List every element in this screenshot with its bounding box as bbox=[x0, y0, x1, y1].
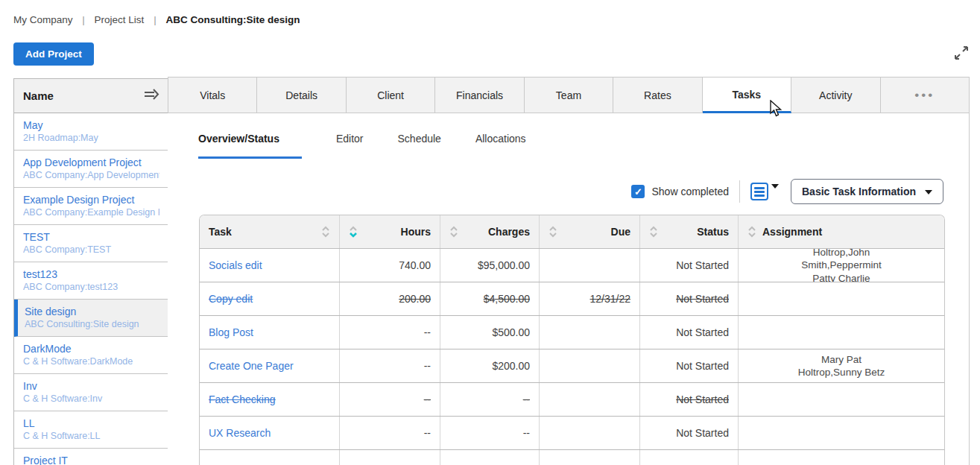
col-status-label: Status bbox=[697, 226, 729, 238]
tasks-table: Task Hours Charges bbox=[199, 215, 945, 465]
caret-down-icon bbox=[925, 190, 932, 194]
more-dots-icon: ••• bbox=[914, 92, 935, 99]
due-cell: 12/31/22 bbox=[540, 282, 640, 315]
tab-rates[interactable]: Rates bbox=[613, 78, 702, 113]
project-title: Example Design Project bbox=[23, 193, 159, 206]
due-cell bbox=[540, 383, 640, 416]
tab-financials[interactable]: Financials bbox=[435, 78, 524, 113]
task-link[interactable]: Create One Pager bbox=[209, 360, 294, 372]
tab-details[interactable]: Details bbox=[257, 78, 346, 113]
list-view-icon bbox=[750, 183, 768, 200]
table-controls: ✓ Show completed Basic Task Information bbox=[631, 179, 943, 204]
due-cell bbox=[540, 417, 640, 449]
divider bbox=[739, 180, 740, 203]
task-view-dropdown-label: Basic Task Information bbox=[802, 186, 916, 197]
project-title: Site design bbox=[25, 305, 159, 318]
sidebar-item-ll[interactable]: LL C & H Software:LL bbox=[14, 411, 168, 449]
table-row: Fact Checking -- -- Not Started bbox=[200, 383, 944, 417]
sidebar-item-app-development-project[interactable]: App Development Project ABC Company:App … bbox=[14, 151, 168, 188]
project-subtitle: ABC Company:TEST bbox=[23, 244, 159, 256]
assignment-cell: Holtrop,John Smith,Peppermint Patty Char… bbox=[792, 249, 891, 282]
caret-down-icon bbox=[771, 184, 779, 189]
project-title: Inv bbox=[23, 379, 159, 393]
breadcrumb-separator: | bbox=[82, 14, 85, 25]
sidebar-item-darkmode[interactable]: DarkMode C & H Software:DarkMode bbox=[14, 337, 168, 374]
status-cell: Not Started bbox=[640, 383, 739, 416]
tasks-panel: Overview/Status Editor Schedule Allocati… bbox=[168, 113, 970, 465]
sort-icon-status[interactable] bbox=[649, 226, 658, 238]
sort-icon-assignment[interactable] bbox=[747, 226, 756, 238]
tab-more[interactable]: ••• bbox=[881, 78, 969, 113]
table-header-row: Task Hours Charges bbox=[200, 215, 944, 249]
sidebar-item-site-design[interactable]: Site design ABC Consulting:Site design bbox=[14, 300, 168, 337]
subtab-overview-status[interactable]: Overview/Status bbox=[198, 133, 302, 159]
breadcrumb-link-my-company[interactable]: My Company bbox=[13, 14, 73, 25]
hours-cell: 200.00 bbox=[340, 282, 440, 315]
due-cell bbox=[540, 249, 640, 282]
breadcrumb: My Company | Project List | ABC Consulti… bbox=[13, 13, 300, 25]
add-project-button[interactable]: Add Project bbox=[13, 42, 94, 66]
table-row: UX Research -- -- Not Started bbox=[200, 417, 944, 450]
status-cell: Not Started bbox=[640, 249, 739, 282]
charges-cell: -- bbox=[440, 417, 540, 449]
breadcrumb-separator: | bbox=[154, 14, 157, 25]
tab-vitals[interactable]: Vitals bbox=[168, 78, 257, 113]
table-row: Copy edit 200.00 $4,500.00 12/31/22 Not … bbox=[200, 282, 944, 316]
tab-activity[interactable]: Activity bbox=[791, 78, 880, 113]
table-row: Blog Post -- $500.00 Not Started bbox=[200, 316, 944, 349]
charges-cell: $4,500.00 bbox=[440, 282, 540, 315]
project-title: TEST bbox=[23, 230, 159, 244]
status-cell: Not Started bbox=[640, 349, 739, 382]
sidebar-header-label: Name bbox=[23, 89, 54, 102]
task-link[interactable]: Socials edit bbox=[209, 259, 262, 271]
show-completed-label: Show completed bbox=[651, 186, 729, 197]
project-title: App Development Project bbox=[23, 156, 159, 169]
list-view-menu-button[interactable] bbox=[750, 183, 779, 200]
sidebar-header: Name bbox=[14, 79, 168, 113]
subtab-allocations[interactable]: Allocations bbox=[475, 133, 526, 159]
tasks-subtabs: Overview/Status Editor Schedule Allocati… bbox=[198, 133, 560, 159]
charges-cell: $500.00 bbox=[440, 316, 540, 349]
status-cell: Not Started bbox=[640, 316, 739, 349]
col-hours-label: Hours bbox=[401, 226, 431, 238]
project-subtitle: ABC Company:Example Design Project bbox=[23, 206, 159, 218]
project-subtitle: ABC Company:App Development Project bbox=[23, 169, 159, 181]
subtab-schedule[interactable]: Schedule bbox=[398, 133, 441, 159]
breadcrumb-link-project-list[interactable]: Project List bbox=[95, 14, 145, 25]
sidebar-item-example-design-project[interactable]: Example Design Project ABC Company:Examp… bbox=[14, 188, 168, 225]
project-subtitle: C & H Software:Inv bbox=[23, 393, 159, 405]
table-row: Socials edit 740.00 $95,000.00 Not Start… bbox=[200, 249, 944, 282]
charges-cell: -- bbox=[440, 383, 540, 416]
col-assignment-label: Assignment bbox=[762, 226, 822, 238]
sidebar-item-project-it[interactable]: Project IT C & H Software:Project IT bbox=[14, 449, 168, 465]
sort-icon-task[interactable] bbox=[321, 226, 330, 238]
tab-tasks[interactable]: Tasks bbox=[703, 78, 791, 113]
collapse-panel-icon[interactable] bbox=[143, 88, 159, 104]
sidebar-item-test[interactable]: TEST ABC Company:TEST bbox=[14, 225, 168, 262]
task-link[interactable]: Fact Checking bbox=[209, 393, 275, 405]
assignment-cell: Mary Pat Holtrop,Sunny Betz bbox=[792, 353, 891, 379]
task-view-dropdown[interactable]: Basic Task Information bbox=[791, 179, 943, 204]
table-row-empty bbox=[200, 450, 944, 465]
tab-team[interactable]: Team bbox=[525, 78, 613, 113]
expand-icon[interactable] bbox=[953, 45, 970, 61]
sidebar-item-test123[interactable]: test123 ABC Company:test123 bbox=[14, 262, 168, 300]
sort-icon-hours-active[interactable] bbox=[349, 226, 358, 238]
subtab-editor[interactable]: Editor bbox=[336, 133, 364, 159]
show-completed-checkbox[interactable]: ✓ bbox=[631, 185, 645, 198]
sort-icon-charges[interactable] bbox=[449, 226, 458, 238]
task-link[interactable]: Blog Post bbox=[209, 326, 253, 338]
project-title: DarkMode bbox=[23, 342, 159, 355]
sidebar-item-inv[interactable]: Inv C & H Software:Inv bbox=[14, 374, 168, 411]
task-link[interactable]: UX Research bbox=[209, 427, 271, 439]
app-window: My Company | Project List | ABC Consulti… bbox=[0, 0, 980, 465]
tab-client[interactable]: Client bbox=[347, 78, 435, 113]
charges-cell: $95,000.00 bbox=[440, 249, 540, 282]
project-subtitle: C & H Software:DarkMode bbox=[23, 355, 159, 367]
task-link[interactable]: Copy edit bbox=[209, 293, 253, 305]
sort-icon-due[interactable] bbox=[549, 226, 557, 238]
project-subtitle: ABC Consulting:Site design bbox=[25, 318, 159, 330]
sidebar-item-may[interactable]: May 2H Roadmap:May bbox=[14, 113, 168, 151]
table-row: Create One Pager -- $200.00 Not Started … bbox=[200, 349, 944, 383]
charges-cell: $200.00 bbox=[440, 349, 540, 382]
